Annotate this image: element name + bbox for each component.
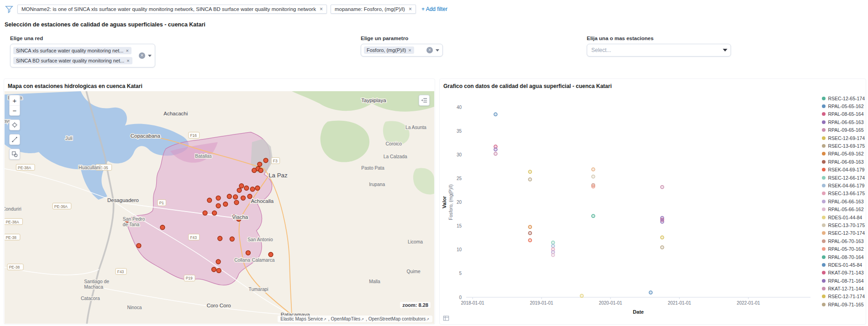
map-station-dot[interactable] bbox=[203, 211, 207, 215]
map-station-dot[interactable] bbox=[255, 186, 260, 191]
map-station-dot[interactable] bbox=[227, 194, 231, 199]
legend-item[interactable]: RPAL-09-65-165 bbox=[822, 126, 865, 134]
map-station-dot[interactable] bbox=[234, 200, 239, 205]
map-station-dot[interactable] bbox=[223, 202, 228, 207]
filter-pill-mopaname[interactable]: mopaname: Fosforo, (mg(P)/l) × bbox=[331, 5, 416, 14]
legend-item[interactable]: RKAT-09-71-143 bbox=[822, 269, 865, 277]
legend-item[interactable]: RDES-01-44-84 bbox=[822, 213, 865, 221]
network-chip-sinca-bd[interactable]: SINCA BD surface water quality monitorin… bbox=[13, 57, 132, 64]
scatter-point[interactable] bbox=[528, 178, 531, 181]
map-image[interactable]: PE-38APE-35PE-36APE-38APE-38PE-38F43F43P… bbox=[5, 91, 434, 324]
draw-line-button[interactable] bbox=[9, 134, 20, 145]
zoom-out-button[interactable]: − bbox=[10, 105, 20, 115]
legend-item[interactable]: RPAL-08-71-164 bbox=[822, 277, 865, 285]
legend-item[interactable]: RSEK-04-66-179 bbox=[822, 181, 865, 189]
map-station-dot[interactable] bbox=[268, 252, 273, 257]
scatter-point[interactable] bbox=[580, 294, 584, 297]
legend-item[interactable]: RPAL-08-70-164 bbox=[822, 253, 865, 261]
legend-item[interactable]: RKAT-12-71-144 bbox=[822, 285, 865, 292]
filter-funnel-icon[interactable] bbox=[5, 5, 14, 14]
clear-selection-icon[interactable]: × bbox=[139, 52, 145, 59]
legend-item[interactable]: RPAL-05-66-162 bbox=[822, 205, 865, 213]
scatter-point[interactable] bbox=[552, 254, 555, 257]
map-station-dot[interactable] bbox=[216, 196, 221, 201]
scatter-point[interactable] bbox=[661, 216, 664, 219]
scatter-point[interactable] bbox=[592, 214, 595, 217]
draw-shapes-button[interactable] bbox=[9, 149, 20, 160]
map-station-dot[interactable] bbox=[237, 188, 242, 193]
network-chip-sinca-xls[interactable]: SINCA xls surface water quality monitori… bbox=[13, 47, 132, 54]
parameter-chip[interactable]: Fosforo, (mg(P)/l) × bbox=[364, 47, 414, 54]
attribution-link[interactable]: OpenStreetMap contributors↗ bbox=[368, 316, 430, 321]
chevron-down-icon[interactable] bbox=[723, 49, 727, 52]
map-station-dot[interactable] bbox=[207, 198, 212, 202]
legend-item[interactable]: RSEC-13-70-175 bbox=[822, 221, 865, 229]
scatter-point[interactable] bbox=[528, 225, 531, 228]
clear-selection-icon[interactable]: × bbox=[426, 47, 433, 53]
legend-item[interactable]: RPAL-05-69-162 bbox=[822, 150, 865, 158]
map-station-dot[interactable] bbox=[212, 267, 216, 272]
chip-remove-icon[interactable]: × bbox=[126, 48, 128, 53]
map-station-dot[interactable] bbox=[252, 168, 257, 173]
legend-item[interactable]: RPAL-06-70-163 bbox=[822, 237, 865, 245]
map-station-dot[interactable] bbox=[216, 204, 221, 208]
legend-item[interactable]: RPAL-05-65-162 bbox=[822, 102, 865, 110]
chevron-down-icon[interactable] bbox=[436, 49, 439, 52]
map-station-dot[interactable] bbox=[233, 195, 238, 199]
map-station-dot[interactable] bbox=[263, 158, 268, 163]
legend-item[interactable]: RPAL-06-66-163 bbox=[822, 197, 865, 205]
filter-pill-close-icon[interactable]: × bbox=[320, 6, 323, 12]
legend-item[interactable]: RSEC-12-65-174 bbox=[822, 94, 865, 102]
chevron-down-icon[interactable] bbox=[148, 55, 152, 57]
map-station-dot[interactable] bbox=[218, 236, 222, 241]
legend-item[interactable]: RSEC-12-71-174 bbox=[822, 293, 865, 300]
chip-remove-icon[interactable]: × bbox=[408, 48, 411, 53]
map-station-dot[interactable] bbox=[137, 243, 141, 248]
scatter-point[interactable] bbox=[661, 246, 664, 249]
fit-bounds-button[interactable] bbox=[9, 119, 20, 130]
map-station-dot[interactable] bbox=[258, 162, 262, 166]
legend-item[interactable]: RSEC-13-69-175 bbox=[822, 142, 865, 150]
map-legend-toggle-button[interactable] bbox=[419, 95, 430, 106]
legend-item[interactable]: RSEC-12-70-174 bbox=[822, 229, 865, 237]
scatter-point[interactable] bbox=[552, 244, 555, 248]
parameter-combobox[interactable]: Fosforo, (mg(P)/l) × × bbox=[361, 44, 443, 57]
stations-select[interactable]: Select... bbox=[587, 44, 731, 57]
map-station-dot[interactable] bbox=[216, 269, 221, 273]
legend-item[interactable]: RPAL-06-65-163 bbox=[822, 118, 865, 126]
legend-item[interactable]: RSEC-13-66-175 bbox=[822, 190, 865, 197]
add-filter-link[interactable]: + Add filter bbox=[421, 6, 447, 12]
legend-item[interactable]: RSEC-12-69-174 bbox=[822, 134, 865, 142]
map-station-dot[interactable] bbox=[160, 225, 165, 230]
map-station-dot[interactable] bbox=[216, 259, 221, 264]
chip-remove-icon[interactable]: × bbox=[126, 58, 129, 63]
filter-pill-monname2[interactable]: MONname2: is one of SINCA xls surface wa… bbox=[17, 5, 327, 14]
map-station-dot[interactable] bbox=[241, 196, 246, 201]
map-station-dot[interactable] bbox=[250, 187, 255, 191]
scatter-point[interactable] bbox=[552, 241, 555, 244]
legend-item[interactable]: RPAL-09-71-165 bbox=[822, 300, 865, 308]
map-station-dot[interactable] bbox=[246, 251, 251, 255]
map-station-dot[interactable] bbox=[244, 186, 249, 191]
scatter-point[interactable] bbox=[661, 186, 664, 189]
scatter-chart[interactable]: 05101520253035402018-01-012019-01-012020… bbox=[440, 95, 819, 323]
filter-pill-close-icon[interactable]: × bbox=[409, 6, 412, 12]
map-station-dot[interactable] bbox=[247, 194, 252, 199]
scatter-point[interactable] bbox=[592, 185, 595, 188]
scatter-point[interactable] bbox=[494, 148, 497, 151]
legend-item[interactable]: RPAL-08-65-164 bbox=[822, 110, 865, 118]
network-combobox[interactable]: SINCA xls surface water quality monitori… bbox=[10, 44, 155, 67]
scatter-point[interactable] bbox=[528, 238, 531, 242]
inspect-table-button[interactable] bbox=[442, 314, 451, 323]
scatter-point[interactable] bbox=[494, 152, 497, 155]
scatter-point[interactable] bbox=[661, 236, 664, 239]
legend-item[interactable]: RSEC-12-66-174 bbox=[822, 174, 865, 181]
map-station-dot[interactable] bbox=[258, 168, 263, 173]
legend-item[interactable]: RPAL-05-70-162 bbox=[822, 245, 865, 253]
legend-item[interactable]: RDES-01-45-84 bbox=[822, 261, 865, 269]
scatter-point[interactable] bbox=[592, 175, 595, 178]
scatter-point[interactable] bbox=[528, 170, 531, 173]
map-station-dot[interactable] bbox=[230, 237, 234, 241]
scatter-point[interactable] bbox=[592, 168, 595, 171]
scatter-point[interactable] bbox=[661, 220, 664, 223]
